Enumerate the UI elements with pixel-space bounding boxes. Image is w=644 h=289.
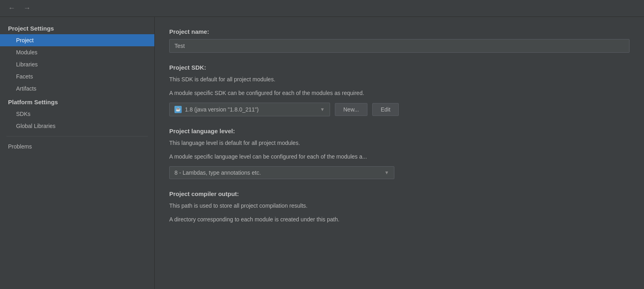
sidebar-item-modules[interactable]: Modules <box>0 46 154 58</box>
language-level-description-line2: A module specific language level can be … <box>169 152 630 161</box>
sidebar-item-libraries[interactable]: Libraries <box>0 58 154 70</box>
sdk-edit-button[interactable]: Edit <box>372 103 399 116</box>
language-level-section: Project language level: This language le… <box>169 128 630 179</box>
sdk-dropdown-arrow-icon: ▼ <box>320 107 325 112</box>
project-settings-header: Project Settings <box>0 21 154 34</box>
sdk-description-line1: This SDK is default for all project modu… <box>169 75 630 84</box>
content-area: Project name: Project SDK: This SDK is d… <box>155 17 644 289</box>
language-level-value: 8 - Lambdas, type annotations etc. <box>174 169 261 176</box>
project-name-label: Project name: <box>169 28 630 35</box>
sdk-description-line2: A module specific SDK can be configured … <box>169 89 630 97</box>
sdk-row: ☕ 1.8 (java version "1.8.0_211") ▼ New..… <box>169 103 630 116</box>
compiler-output-label: Project compiler output: <box>169 190 630 197</box>
sidebar-divider <box>6 136 148 136</box>
language-dropdown-arrow-icon: ▼ <box>384 170 389 175</box>
language-level-description-line1: This language level is default for all p… <box>169 138 630 147</box>
back-button[interactable]: ← <box>5 3 18 13</box>
sidebar-item-sdks[interactable]: SDKs <box>0 108 154 120</box>
compiler-output-description-line2: A directory corresponding to each module… <box>169 215 630 224</box>
sidebar-item-problems[interactable]: Problems <box>0 140 154 153</box>
compiler-output-section: Project compiler output: This path is us… <box>169 190 630 224</box>
project-name-input[interactable] <box>169 39 630 53</box>
platform-settings-header: Platform Settings <box>0 95 154 108</box>
sdk-value: 1.8 (java version "1.8.0_211") <box>185 106 259 113</box>
sidebar-item-facets[interactable]: Facets <box>0 70 154 83</box>
sdk-dropdown-left: ☕ 1.8 (java version "1.8.0_211") <box>174 106 259 113</box>
sidebar-item-project[interactable]: Project <box>0 34 154 46</box>
sdk-dropdown[interactable]: ☕ 1.8 (java version "1.8.0_211") ▼ <box>169 103 330 116</box>
java-icon: ☕ <box>174 106 182 113</box>
sidebar-item-artifacts[interactable]: Artifacts <box>0 83 154 95</box>
sidebar: Project Settings Project Modules Librari… <box>0 17 155 289</box>
project-sdk-label: Project SDK: <box>169 64 630 71</box>
sidebar-item-global-libraries[interactable]: Global Libraries <box>0 120 154 132</box>
project-sdk-section: Project SDK: This SDK is default for all… <box>169 64 630 116</box>
forward-button[interactable]: → <box>20 3 34 13</box>
project-name-section: Project name: <box>169 28 630 53</box>
language-level-dropdown[interactable]: 8 - Lambdas, type annotations etc. ▼ <box>169 166 394 179</box>
compiler-output-description-line1: This path is used to store all project c… <box>169 201 630 210</box>
main-container: Project Settings Project Modules Librari… <box>0 17 644 289</box>
sdk-new-button[interactable]: New... <box>335 103 367 116</box>
top-bar: ← → <box>0 0 644 17</box>
language-level-label: Project language level: <box>169 128 630 134</box>
